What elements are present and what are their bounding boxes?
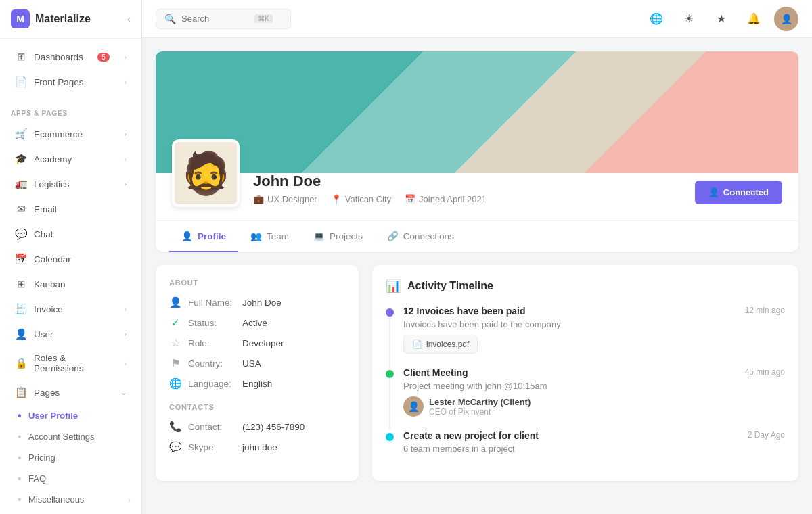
sidebar-item-logistics[interactable]: 🚛 Logistics › (4, 172, 137, 196)
chevron-right-icon: › (124, 359, 127, 367)
sidebar-item-calendar[interactable]: 📅 Calendar (4, 247, 137, 271)
academy-icon: 🎓 (15, 153, 27, 165)
about-label: Skype: (188, 442, 235, 452)
kanban-icon: ⊞ (15, 278, 27, 290)
main-content: 🧔 John Doe 💼 UX Designer 📍 Vatican City … (142, 38, 812, 514)
skype-icon: 💬 (169, 441, 181, 453)
sidebar-item-academy[interactable]: 🎓 Academy › (4, 147, 137, 171)
pages-icon: 📋 (15, 386, 27, 398)
sub-item-label: FAQ (28, 473, 46, 484)
tab-projects[interactable]: 💻 Projects (301, 221, 375, 252)
sidebar-item-label: Invoice (34, 304, 63, 314)
search-icon: 🔍 (164, 14, 176, 24)
sidebar-sub-item-user-profile[interactable]: User Profile (0, 405, 141, 426)
about-label: Language: (188, 379, 235, 389)
sidebar-item-front-pages[interactable]: 📄 Front Pages › (4, 70, 137, 94)
profile-tabs: 👤 Profile 👥 Team 💻 Projects 🔗 Connection… (156, 220, 798, 252)
person-check-icon: 👤 (708, 187, 719, 197)
profile-joined: 📅 Joined April 2021 (405, 194, 487, 204)
timeline-person: 👤 Lester McCarthy (Client) CEO of Pixinv… (403, 396, 785, 417)
sidebar-item-invoice[interactable]: 🧾 Invoice › (4, 297, 137, 321)
sub-item-label: User Profile (28, 411, 78, 421)
user-icon: 👤 (169, 296, 181, 308)
tab-team[interactable]: 👥 Team (238, 221, 301, 252)
sidebar-item-pages[interactable]: 📋 Pages ⌄ (4, 380, 137, 404)
sidebar-item-roles[interactable]: 🔒 Roles & Permissions › (4, 347, 137, 379)
sidebar-sub-item-account-settings[interactable]: Account Settings (0, 426, 141, 447)
timeline-attachment[interactable]: 📄 invoices.pdf (403, 335, 478, 354)
activity-header: 📊 Activity Timeline (386, 279, 785, 294)
timeline-item-meeting: Client Meeting 45 min ago Project meetin… (386, 367, 785, 417)
sidebar-item-label: Logistics (34, 179, 70, 189)
sub-item-label: Account Settings (28, 431, 95, 442)
timeline-event: Client Meeting (403, 367, 468, 378)
timeline-desc: Invoices have been paid to the company (403, 319, 785, 329)
content-grid: ABOUT 👤 Full Name: John Doe ✓ Status: Ac… (156, 265, 798, 481)
profile-location-text: Vatican City (345, 194, 391, 204)
timeline-content: 12 Invoices have been paid 12 min ago In… (403, 306, 785, 354)
notification-icon[interactable]: 🔔 (742, 7, 766, 31)
timeline-row: Client Meeting 45 min ago (403, 367, 785, 378)
chevron-right-icon: › (124, 78, 127, 86)
location-icon: 📍 (331, 194, 342, 204)
dashboards-icon: ⊞ (15, 51, 27, 63)
sidebar-item-authentication[interactable]: 🔑 Authentication › (4, 511, 137, 514)
timeline-time: 2 Day Ago (748, 430, 785, 440)
brand-name: Materialize (35, 13, 91, 25)
tab-connections[interactable]: 🔗 Connections (375, 221, 466, 252)
about-section-title: ABOUT (169, 279, 345, 287)
timeline-item-invoices: 12 Invoices have been paid 12 min ago In… (386, 306, 785, 354)
connected-button[interactable]: 👤 Connected (695, 181, 782, 204)
theme-icon[interactable]: ☀ (677, 7, 701, 31)
sidebar-item-chat[interactable]: 💬 Chat (4, 222, 137, 246)
dashboards-badge: 5 (97, 53, 110, 62)
chat-icon: 💬 (15, 228, 27, 240)
about-label: Status: (188, 318, 235, 328)
sidebar-item-label: Email (34, 204, 57, 214)
calendar-icon: 📅 (15, 253, 27, 265)
timeline-dot (386, 370, 394, 378)
search-shortcut: ⌘K (254, 14, 273, 23)
sidebar-sub-item-faq[interactable]: FAQ (0, 468, 141, 489)
sidebar-item-ecommerce[interactable]: 🛒 Ecommerce › (4, 122, 137, 146)
about-value: John Doe (242, 298, 281, 308)
chevron-right-icon: › (124, 330, 127, 338)
calendar-icon: 📅 (405, 194, 415, 204)
sidebar-collapse-btn[interactable]: ‹ (127, 14, 131, 24)
profile-avatar: 🧔 (172, 139, 240, 207)
about-label: Role: (188, 338, 235, 348)
chevron-right-icon: › (124, 155, 127, 163)
activity-icon: 📊 (386, 279, 401, 294)
sidebar-item-label: Academy (34, 154, 72, 164)
user-avatar[interactable]: 👤 (774, 7, 798, 31)
section-label-apps: APPS & PAGES (0, 100, 141, 121)
tab-profile[interactable]: 👤 Profile (169, 221, 238, 252)
timeline-item-project: Create a new project for client 2 Day Ag… (386, 430, 785, 454)
sidebar-item-label: Ecommerce (34, 129, 83, 139)
profile-title-text: UX Designer (267, 194, 317, 204)
sidebar-sub-item-misc[interactable]: Miscellaneous › (0, 489, 141, 510)
chevron-down-icon: ⌄ (120, 388, 127, 397)
profile-card: 🧔 John Doe 💼 UX Designer 📍 Vatican City … (156, 51, 798, 252)
about-label: Contact: (188, 422, 235, 432)
chevron-right-icon: › (124, 53, 127, 61)
sidebar-item-user[interactable]: 👤 User › (4, 322, 137, 346)
bookmark-icon[interactable]: ★ (709, 7, 734, 31)
sidebar-item-dashboards[interactable]: ⊞ Dashboards 5 › (4, 45, 137, 69)
profile-info-row: 🧔 John Doe 💼 UX Designer 📍 Vatican City … (156, 139, 798, 220)
sidebar-item-kanban[interactable]: ⊞ Kanban (4, 272, 137, 296)
check-icon: ✓ (169, 317, 181, 329)
timeline-line (389, 317, 390, 367)
sidebar-sub-item-pricing[interactable]: Pricing (0, 447, 141, 468)
chevron-right-icon: › (124, 305, 127, 313)
sidebar-item-email[interactable]: ✉ Email (4, 197, 137, 221)
connections-tab-icon: 🔗 (387, 231, 399, 241)
profile-meta: 💼 UX Designer 📍 Vatican City 📅 Joined Ap… (253, 194, 487, 204)
timeline-content: Create a new project for client 2 Day Ag… (403, 430, 785, 454)
sidebar-item-label: Front Pages (34, 77, 84, 87)
person-title: CEO of Pixinvent (429, 407, 531, 417)
search-input[interactable] (181, 14, 249, 24)
translate-icon[interactable]: 🌐 (644, 7, 669, 31)
timeline-line (389, 378, 390, 430)
search-bar[interactable]: 🔍 ⌘K (156, 9, 291, 29)
